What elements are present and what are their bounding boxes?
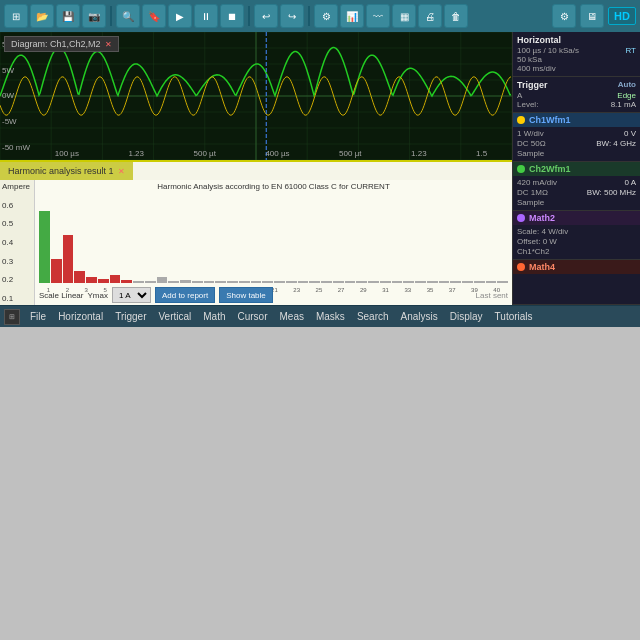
harmonic-bar-12 bbox=[168, 281, 179, 283]
math2-header: Math2 bbox=[513, 211, 640, 225]
toolbar-trash-icon[interactable]: 🗑 bbox=[444, 4, 468, 28]
add-report-button[interactable]: Add to report bbox=[155, 287, 215, 303]
harmonic-bar-26 bbox=[333, 281, 344, 283]
diagram-label: Diagram: Ch1,Ch2,M2 ✕ bbox=[4, 36, 119, 52]
harmonic-bar-30 bbox=[380, 281, 391, 283]
toolbar-open-icon[interactable]: 📂 bbox=[30, 4, 54, 28]
toolbar-stop-icon[interactable]: ⏹ bbox=[220, 4, 244, 28]
harmonic-bar-16 bbox=[215, 281, 226, 283]
toolbar-monitor-icon[interactable]: 🖥 bbox=[580, 4, 604, 28]
toolbar-chart-icon[interactable]: 📊 bbox=[340, 4, 364, 28]
toolbar-zoom-icon[interactable]: 🔍 bbox=[116, 4, 140, 28]
harmonic-bar-23 bbox=[298, 281, 309, 283]
horizontal-section: Horizontal 100 µs / 10 kSa/s RT 50 kSa 4… bbox=[513, 32, 640, 77]
toolbar-screenshot-icon[interactable]: 📷 bbox=[82, 4, 106, 28]
h-y-04: 0.4 bbox=[2, 238, 32, 247]
harmonic-bar-7 bbox=[110, 275, 121, 283]
trigger-header: Trigger Auto bbox=[517, 80, 636, 90]
ch2-scale: 420 mA/div bbox=[517, 178, 557, 187]
ch2-dc: DC 1MΩ bbox=[517, 188, 548, 197]
harmonic-bar-2 bbox=[51, 259, 62, 283]
toolbar-grid2-icon[interactable]: ▦ bbox=[392, 4, 416, 28]
trigger-mode: Auto bbox=[618, 80, 636, 90]
menu-tutorials[interactable]: Tutorials bbox=[489, 309, 539, 324]
horizontal-row3: 400 ms/div bbox=[517, 64, 636, 73]
math2-row3: Ch1*Ch2 bbox=[517, 247, 636, 256]
right-panel: Horizontal 100 µs / 10 kSa/s RT 50 kSa 4… bbox=[512, 32, 640, 305]
h-y-label-title: Ampere bbox=[2, 182, 32, 191]
harmonic-bar-20 bbox=[262, 281, 273, 283]
harmonic-controls: Scale Linear Ymax 1 A Add to report Show… bbox=[39, 287, 508, 303]
math2-title: Math2 bbox=[529, 213, 555, 223]
trigger-row2: Level: 8.1 mA bbox=[517, 100, 636, 109]
gray-area bbox=[0, 327, 640, 640]
menu-meas[interactable]: Meas bbox=[274, 309, 310, 324]
menu-file[interactable]: File bbox=[24, 309, 52, 324]
math2-body: Scale: 4 W/div Offset: 0 W Ch1*Ch2 bbox=[513, 225, 640, 259]
trigger-type: Edge bbox=[617, 91, 636, 100]
menu-display[interactable]: Display bbox=[444, 309, 489, 324]
ch1-dc: DC 50Ω bbox=[517, 139, 546, 148]
app: ⊞ 📂 💾 📷 🔍 🔖 ▶ ⏸ ⏹ ↩ ↪ ⚙ 📊 〰 ▦ 🖨 🗑 ⚙ 🖥 HD bbox=[0, 0, 640, 640]
math4-header: Math4 bbox=[513, 260, 640, 274]
toolbar-settings-icon[interactable]: ⚙ bbox=[314, 4, 338, 28]
menu-bar: ⊞ File Horizontal Trigger Vertical Math … bbox=[0, 305, 640, 327]
harmonic-bar-27 bbox=[345, 281, 356, 283]
toolbar-print-icon[interactable]: 🖨 bbox=[418, 4, 442, 28]
harmonic-bar-5 bbox=[86, 277, 97, 283]
toolbar-config-icon[interactable]: ⚙ bbox=[552, 4, 576, 28]
toolbar-save-icon[interactable]: 💾 bbox=[56, 4, 80, 28]
harmonic-bar-13 bbox=[180, 280, 191, 283]
menu-cursor[interactable]: Cursor bbox=[232, 309, 274, 324]
menu-search[interactable]: Search bbox=[351, 309, 395, 324]
menu-masks[interactable]: Masks bbox=[310, 309, 351, 324]
ch2-section: Ch2Wfm1 420 mA/div 0 A DC 1MΩ BW: 500 MH… bbox=[513, 162, 640, 211]
math2-row1: Scale: 4 W/div bbox=[517, 227, 636, 236]
harmonic-tab[interactable]: Harmonic analysis result 1 ✕ bbox=[0, 162, 133, 180]
toolbar-pause-icon[interactable]: ⏸ bbox=[194, 4, 218, 28]
math4-dot bbox=[517, 263, 525, 271]
current-select[interactable]: 1 A bbox=[112, 287, 151, 303]
ch2-row1: 420 mA/div 0 A bbox=[517, 178, 636, 187]
ymax-label: Ymax bbox=[87, 291, 107, 300]
ch2-mode: Sample bbox=[517, 198, 544, 207]
ch1-row2: DC 50Ω BW: 4 GHz bbox=[517, 139, 636, 148]
show-table-button[interactable]: Show table bbox=[219, 287, 273, 303]
menu-horizontal[interactable]: Horizontal bbox=[52, 309, 109, 324]
toolbar-play-icon[interactable]: ▶ bbox=[168, 4, 192, 28]
harmonic-tab-close-icon[interactable]: ✕ bbox=[118, 167, 125, 176]
waveform-display[interactable]: Diagram: Ch1,Ch2,M2 ✕ 500 mW 5W 0W -5W -… bbox=[0, 32, 512, 160]
toolbar-wfm-icon[interactable]: 〰 bbox=[366, 4, 390, 28]
ch2-title: Ch2Wfm1 bbox=[529, 164, 571, 174]
harmonic-y-axis: Ampere 0.6 0.5 0.4 0.3 0.2 0.1 bbox=[0, 180, 35, 305]
menu-math[interactable]: Math bbox=[197, 309, 231, 324]
toolbar-bookmark-icon[interactable]: 🔖 bbox=[142, 4, 166, 28]
ch2-dot bbox=[517, 165, 525, 173]
last-sent-label: Last sent bbox=[476, 291, 508, 300]
harmonic-bar-17 bbox=[227, 281, 238, 283]
ch1-body: 1 W/div 0 V DC 50Ω BW: 4 GHz Sample bbox=[513, 127, 640, 161]
menu-vertical[interactable]: Vertical bbox=[152, 309, 197, 324]
scope-area: Diagram: Ch1,Ch2,M2 ✕ 500 mW 5W 0W -5W -… bbox=[0, 32, 512, 305]
trigger-level: 8.1 mA bbox=[611, 100, 636, 109]
toolbar-undo-icon[interactable]: ↩ bbox=[254, 4, 278, 28]
horizontal-title: Horizontal bbox=[517, 35, 636, 45]
trigger-title: Trigger bbox=[517, 80, 548, 90]
harmonic-bar-38 bbox=[474, 281, 485, 283]
menu-trigger[interactable]: Trigger bbox=[109, 309, 152, 324]
harmonic-bar-14 bbox=[192, 281, 203, 283]
toolbar-grid-icon[interactable]: ⊞ bbox=[4, 4, 28, 28]
h-y-01: 0.1 bbox=[2, 294, 32, 303]
hd-badge: HD bbox=[608, 7, 636, 25]
toolbar-sep2 bbox=[248, 6, 250, 26]
ch1-title: Ch1Wfm1 bbox=[529, 115, 571, 125]
menu-logo: ⊞ bbox=[4, 309, 20, 325]
harmonic-bar-21 bbox=[274, 281, 285, 283]
diagram-close-icon[interactable]: ✕ bbox=[105, 40, 112, 49]
toolbar-redo-icon[interactable]: ↪ bbox=[280, 4, 304, 28]
harmonic-bar-34 bbox=[427, 281, 438, 283]
menu-analysis[interactable]: Analysis bbox=[395, 309, 444, 324]
ch1-header: Ch1Wfm1 bbox=[513, 113, 640, 127]
ch1-row3: Sample bbox=[517, 149, 636, 158]
math4-title: Math4 bbox=[529, 262, 555, 272]
